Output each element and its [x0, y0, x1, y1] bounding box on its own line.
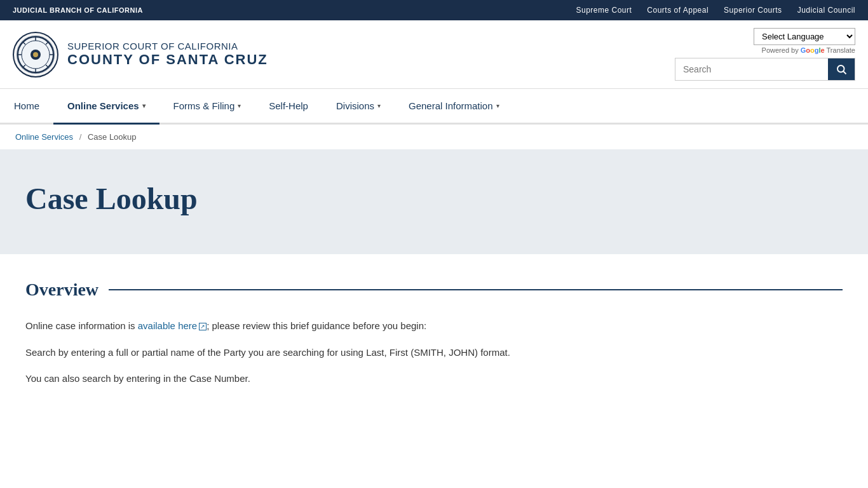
external-link-icon	[199, 323, 207, 330]
nav-online-services[interactable]: Online Services ▾	[53, 89, 159, 125]
paragraph-2: Search by entering a full or partial nam…	[25, 344, 843, 361]
overview-heading: Overview	[25, 280, 98, 300]
seal-container	[13, 32, 58, 78]
site-header: SUPERIOR COURT OF CALIFORNIA COUNTY OF S…	[0, 20, 868, 89]
nav-general-info[interactable]: General Information ▾	[395, 89, 513, 123]
supreme-court-link[interactable]: Supreme Court	[576, 6, 632, 15]
available-here-link[interactable]: available here	[138, 320, 207, 331]
paragraph-1: Online case information is available her…	[25, 318, 843, 334]
header-main-title: COUNTY OF SANTA CRUZ	[67, 51, 268, 68]
judicial-council-link[interactable]: Judicial Council	[797, 6, 855, 15]
court-seal	[17, 36, 55, 74]
svg-point-3	[33, 52, 38, 57]
svg-line-13	[843, 71, 846, 74]
search-icon	[836, 64, 847, 75]
nav-forms-filing[interactable]: Forms & Filing ▾	[159, 89, 255, 123]
brand-label: JUDICIAL BRANCH OF CALIFORNIA	[13, 6, 143, 14]
header-subtitle: SUPERIOR COURT OF CALIFORNIA	[67, 41, 268, 51]
svg-point-12	[837, 65, 844, 72]
search-input[interactable]	[675, 59, 828, 79]
logo-area: SUPERIOR COURT OF CALIFORNIA COUNTY OF S…	[13, 32, 268, 78]
section-header: Overview	[25, 280, 843, 300]
top-bar: JUDICIAL BRANCH OF CALIFORNIA Supreme Co…	[0, 0, 868, 20]
content-body: Online case information is available her…	[25, 318, 843, 387]
breadcrumb-online-services[interactable]: Online Services	[15, 132, 73, 142]
nav-divisions[interactable]: Divisions ▾	[322, 89, 395, 123]
language-select[interactable]: Select Language	[754, 28, 855, 45]
top-nav-links: Supreme Court Courts of Appeal Superior …	[576, 6, 855, 15]
seal-svg	[17, 36, 54, 73]
chevron-down-icon: ▾	[496, 102, 499, 109]
search-box	[675, 58, 855, 81]
breadcrumb: Online Services / Case Lookup	[0, 125, 868, 149]
chevron-down-icon: ▾	[377, 102, 381, 109]
translate-attribution: Powered by Google Translate	[762, 46, 855, 54]
main-nav: Home Online Services ▾ Forms & Filing ▾ …	[0, 89, 868, 125]
translate-widget: Select Language Powered by Google Transl…	[754, 28, 855, 54]
chevron-down-icon: ▾	[238, 102, 241, 109]
nav-home[interactable]: Home	[0, 89, 53, 123]
main-content: Overview Online case information is avai…	[0, 254, 868, 423]
paragraph-3: You can also search by entering in the C…	[25, 370, 843, 387]
hero-section: Case Lookup	[0, 149, 868, 254]
nav-self-help[interactable]: Self-Help	[255, 89, 322, 123]
page-title: Case Lookup	[25, 181, 843, 216]
superior-courts-link[interactable]: Superior Courts	[724, 6, 782, 15]
search-button[interactable]	[828, 58, 855, 80]
breadcrumb-current: Case Lookup	[88, 132, 137, 142]
courts-of-appeal-link[interactable]: Courts of Appeal	[647, 6, 709, 15]
section-divider	[109, 289, 843, 290]
header-title-block: SUPERIOR COURT OF CALIFORNIA COUNTY OF S…	[67, 41, 268, 68]
chevron-down-icon: ▾	[142, 102, 146, 109]
header-right: Select Language Powered by Google Transl…	[675, 28, 855, 81]
breadcrumb-separator: /	[79, 132, 82, 142]
